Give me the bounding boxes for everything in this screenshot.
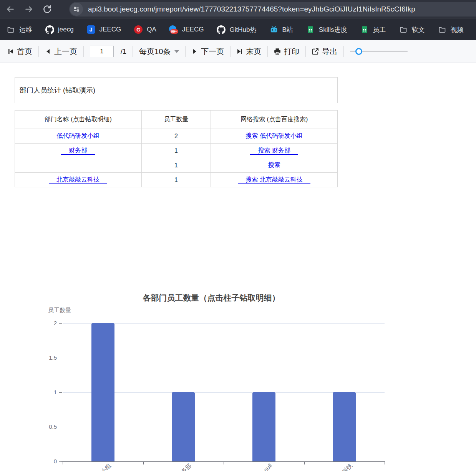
bookmark-item[interactable]: 运维 [6,25,32,34]
table-row: 财务部1搜索 财务部 [15,144,338,158]
search-link[interactable]: 搜索 低代码研发小组 [238,132,310,140]
prev-page-label: 上一页 [54,46,77,57]
y-axis-tick [59,392,62,393]
bookmark-label: jeecg [58,26,74,33]
j-app-icon: J [86,25,96,34]
table-row: 北京敲敲云科技1搜索 北京敲敲云科技 [15,173,338,187]
bookmark-item[interactable]: Skills进度 [306,25,347,34]
chart-title: 各部门员工数量（点击柱子钻取明细） [50,293,373,303]
count-cell: 2 [141,129,211,144]
y-axis-name: 员工数量 [48,307,71,314]
bookmark-label: JEECG [182,26,204,33]
page-size-select[interactable]: 每页10条 [139,46,179,57]
dept-cell: 低代码研发小组 [15,129,142,144]
toolbar-divider [267,46,268,57]
search-cell: 搜索 北京敲敲云科技 [211,173,338,187]
badge-99-icon: 99+ [169,25,178,34]
prev-page-icon [45,48,51,55]
last-page-icon [237,48,243,55]
reload-icon[interactable] [42,4,52,14]
bookmark-label: QA [147,26,156,33]
bookmarks-bar: 运维jeecgJJEECGGQA99+JEECGGitHub热B站Skills进… [0,18,476,40]
bar[interactable] [172,392,195,461]
forward-icon[interactable] [24,4,34,14]
sheet-icon [360,25,369,34]
toolbar-divider [185,46,186,57]
bookmark-item[interactable]: 视频 [438,25,464,34]
search-cell: 搜索 [211,158,338,173]
toolbar-divider [133,46,133,57]
y-axis-tick-label: 1 [41,389,57,395]
page-number-group: /1 [90,46,126,57]
toolbar-divider [83,46,84,57]
bookmark-item[interactable]: B站 [269,25,293,34]
search-link[interactable]: 搜索 [260,161,288,169]
bookmark-item[interactable]: 软文 [399,25,425,34]
bilibili-icon [269,25,279,34]
bookmark-item[interactable]: JJEECG [86,25,121,34]
browser-top-bar: api3.boot.jeecg.com/jmreport/view/177703… [0,0,476,18]
header-count: 员工数量 [141,111,211,129]
bar[interactable] [333,392,356,461]
next-page-button[interactable]: 下一页 [192,46,224,57]
dept-cell: 北京敲敲云科技 [15,173,142,187]
export-button[interactable]: 导出 [312,46,337,57]
bookmark-item[interactable]: GQA [134,25,156,34]
last-page-button[interactable]: 末页 [237,46,261,57]
bookmark-label: 运维 [19,25,32,34]
bookmark-label: GitHub热 [230,25,257,34]
bookmark-item[interactable]: GitHub热 [217,25,257,34]
bookmark-item[interactable]: 员工 [360,25,386,34]
bookmark-label: 软文 [412,25,425,34]
search-cell: 搜索 低代码研发小组 [211,129,338,144]
search-link[interactable]: 搜索 北京敲敲云科技 [238,176,310,184]
x-axis-tick [143,462,144,464]
search-link[interactable]: 搜索 财务部 [250,147,298,155]
site-settings-icon[interactable] [70,3,83,16]
x-axis-tick [304,462,305,464]
bar[interactable] [91,323,114,461]
export-icon [312,48,319,55]
dept-link[interactable]: 财务部 [61,147,95,155]
report-toolbar: 首页 上一页 /1 每页10条 下一页 末页 打印 [0,40,476,63]
toolbar-divider [38,46,39,57]
header-dept: 部门名称 (点击钻取明细) [15,111,142,129]
dept-link[interactable]: 北京敲敲云科技 [49,176,107,184]
y-axis-tick [59,427,62,427]
back-icon[interactable] [5,4,15,14]
x-axis-label: null [187,462,273,471]
toolbar-divider [305,46,306,57]
export-label: 导出 [322,46,337,57]
bookmark-label: JEECG [100,26,121,33]
y-axis-tick-label: 1.5 [41,354,57,361]
bookmark-label: Skills进度 [319,25,347,34]
y-axis-tick [59,358,62,358]
page: api3.boot.jeecg.com/jmreport/view/177703… [0,0,476,471]
first-page-icon [8,48,14,55]
bar[interactable] [252,392,275,461]
dept-link[interactable]: 低代码研发小组 [49,132,107,140]
last-page-label: 末页 [246,46,261,57]
page-number-input[interactable] [90,46,114,57]
folder-icon [6,25,15,34]
x-axis-label: 低代码研发小组 [26,462,113,471]
zoom-slider-knob[interactable] [355,48,362,55]
prev-page-button[interactable]: 上一页 [45,46,77,57]
bookmark-item[interactable]: jeecg [45,25,74,34]
table-row: 1搜索 [15,158,338,173]
y-axis-tick-label: 0.5 [41,423,57,430]
y-axis-tick-label: 2 [41,320,57,326]
chevron-down-icon [174,50,179,53]
zoom-slider[interactable] [350,48,408,55]
first-page-button[interactable]: 首页 [8,46,32,57]
next-page-icon [192,48,198,55]
bookmark-label: 视频 [451,25,464,34]
print-button[interactable]: 打印 [274,46,299,57]
dept-cell: 财务部 [15,144,142,158]
bookmark-item[interactable]: 99+JEECG [169,25,204,34]
page-total-label: /1 [121,48,126,56]
count-cell: 1 [141,173,211,187]
toolbar-divider [343,46,344,57]
url-bar[interactable]: api3.boot.jeecg.com/jmreport/view/177703… [69,2,476,17]
dept-cell [15,158,142,173]
